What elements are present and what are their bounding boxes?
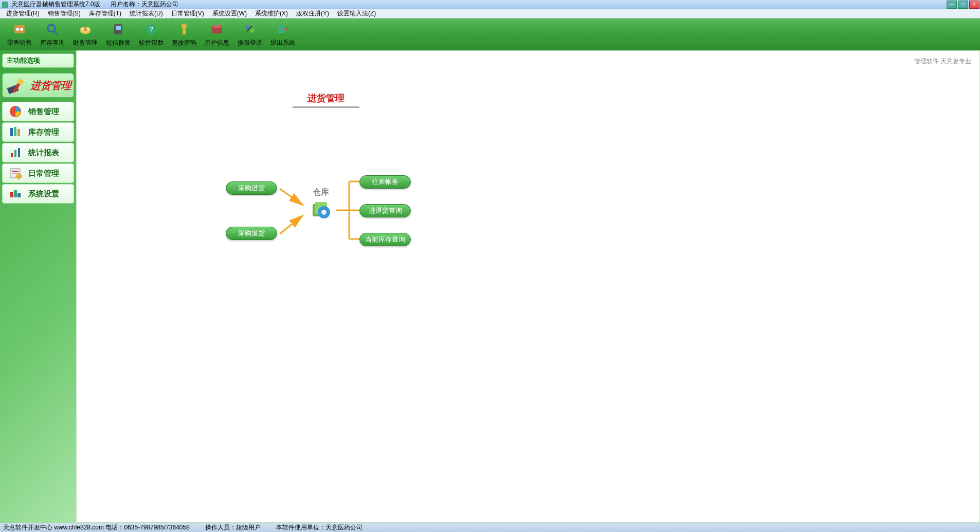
sidebar-active-label: 进货管理 bbox=[30, 79, 71, 93]
menu-item-4[interactable]: 日常管理(V) bbox=[167, 9, 208, 18]
sidebar-item-inventory-label: 库存管理 bbox=[28, 127, 59, 137]
sidebar-item-sales[interactable]: 销售管理 bbox=[2, 102, 74, 121]
svg-rect-35 bbox=[14, 190, 17, 197]
inventory-query-button-icon bbox=[45, 22, 60, 36]
shift-login-button[interactable]: 换班登录 bbox=[233, 20, 266, 49]
retail-sales-button-label: 零售销售 bbox=[7, 39, 32, 47]
titlebar: 天意医疗器械销售管理系统7.0版 用户名称：天意医药公司 ─ □ × bbox=[0, 0, 980, 9]
shift-login-button-label: 换班登录 bbox=[238, 39, 262, 47]
user-info-button[interactable]: 用户信息 bbox=[201, 20, 233, 49]
svg-point-3 bbox=[48, 25, 55, 32]
svg-text:$: $ bbox=[84, 26, 87, 32]
inventory-query-button-label: 库存查询 bbox=[40, 39, 65, 47]
svg-rect-9 bbox=[116, 26, 121, 30]
svg-rect-24 bbox=[10, 128, 13, 136]
retail-sales-button[interactable]: 零售销售 bbox=[3, 20, 36, 49]
sidebar-item-settings[interactable]: 系统设置 bbox=[2, 184, 74, 204]
svg-point-48 bbox=[321, 210, 326, 215]
change-password-button-label: 更改密码 bbox=[172, 39, 196, 47]
sidebar: 主功能选项 进货管理 销售管理库存管理统计报表日常管理系统设置 bbox=[0, 50, 76, 523]
finance-mgmt-button[interactable]: $财务管理 bbox=[69, 20, 102, 49]
warehouse-label: 仓库 bbox=[305, 187, 336, 198]
menu-item-5[interactable]: 系统设置(W) bbox=[208, 9, 251, 18]
svg-point-1 bbox=[16, 28, 19, 31]
status-dev-center: 天意软件开发中心 www.chle828.com 电话：0635-7987985… bbox=[3, 523, 190, 532]
content-panel: 管理软件 天意更专业 进货管理 采购进货 采购退货 仓库 bbox=[76, 50, 980, 523]
minimize-button[interactable]: ─ bbox=[947, 1, 957, 9]
retail-sales-button-icon bbox=[12, 22, 27, 36]
menu-item-2[interactable]: 库存管理(T) bbox=[85, 9, 125, 18]
svg-rect-27 bbox=[11, 153, 13, 157]
exit-system-button[interactable]: 退出系统 bbox=[266, 20, 299, 49]
user-prefix: 用户名称： bbox=[111, 1, 141, 8]
window-controls: ─ □ × bbox=[946, 1, 980, 9]
svg-rect-28 bbox=[14, 150, 16, 157]
statusbar: 天意软件开发中心 www.chle828.com 电话：0635-7987985… bbox=[0, 523, 980, 532]
user-info-button-icon bbox=[210, 22, 224, 36]
sidebar-item-settings-label: 系统设置 bbox=[28, 189, 59, 199]
sidebar-item-purchase[interactable]: 进货管理 bbox=[2, 73, 74, 98]
svg-rect-18 bbox=[278, 25, 285, 33]
sidebar-item-daily-icon bbox=[9, 167, 22, 180]
sidebar-header: 主功能选项 bbox=[2, 53, 74, 68]
sidebar-item-reports[interactable]: 统计报表 bbox=[2, 143, 74, 162]
sidebar-item-inventory-icon bbox=[9, 125, 22, 139]
sidebar-item-sales-label: 销售管理 bbox=[28, 107, 59, 117]
svg-point-2 bbox=[20, 28, 23, 31]
user-info-button-label: 用户信息 bbox=[205, 39, 229, 47]
menu-item-3[interactable]: 统计报表(U) bbox=[125, 9, 167, 18]
titlebar-text: 天意医疗器械销售管理系统7.0版 用户名称：天意医药公司 bbox=[11, 0, 946, 9]
sidebar-item-inventory[interactable]: 库存管理 bbox=[2, 122, 74, 142]
svg-line-39 bbox=[280, 215, 303, 234]
change-password-button-icon bbox=[177, 22, 191, 36]
sms-send-button[interactable]: 短信群发 bbox=[102, 20, 135, 49]
status-unit: 本软件使用单位：天意医药公司 bbox=[276, 523, 362, 532]
software-help-button-label: 软件帮助 bbox=[139, 39, 164, 47]
sidebar-item-reports-label: 统计报表 bbox=[28, 148, 59, 158]
exit-system-button-icon bbox=[276, 22, 290, 36]
app-title: 天意医疗器械销售管理系统7.0版 bbox=[11, 1, 100, 8]
exit-system-button-label: 退出系统 bbox=[270, 39, 295, 47]
sidebar-item-daily[interactable]: 日常管理 bbox=[2, 163, 74, 183]
finance-mgmt-button-icon: $ bbox=[78, 22, 93, 36]
menubar: 进货管理(R)销售管理(S)库存管理(T)统计报表(U)日常管理(V)系统设置(… bbox=[0, 9, 980, 19]
in-return-query-button[interactable]: 进退货查询 bbox=[359, 204, 411, 217]
sidebar-item-reports-icon bbox=[9, 146, 22, 159]
content-title: 进货管理 bbox=[293, 92, 359, 108]
inventory-query-button[interactable]: 库存查询 bbox=[36, 20, 69, 49]
main-area: 主功能选项 进货管理 销售管理库存管理统计报表日常管理系统设置 管理软件 天意更… bbox=[0, 50, 980, 523]
transactions-button[interactable]: 往来帐务 bbox=[359, 175, 411, 189]
change-password-button[interactable]: 更改密码 bbox=[168, 20, 201, 49]
sidebar-item-daily-label: 日常管理 bbox=[28, 169, 59, 178]
sidebar-item-settings-icon bbox=[9, 187, 22, 200]
warehouse-icon bbox=[311, 199, 331, 219]
menu-item-8[interactable]: 设置输入法(Z) bbox=[333, 9, 380, 18]
app-icon bbox=[2, 2, 8, 8]
software-help-button[interactable]: ?软件帮助 bbox=[135, 20, 168, 49]
maximize-button[interactable]: □ bbox=[958, 1, 968, 9]
menu-item-0[interactable]: 进货管理(R) bbox=[2, 9, 44, 18]
content-tagline: 管理软件 天意更专业 bbox=[914, 57, 971, 66]
svg-rect-26 bbox=[17, 129, 20, 136]
purchase-return-button[interactable]: 采购退货 bbox=[226, 227, 277, 240]
current-stock-query-button[interactable]: 当前库存查询 bbox=[359, 233, 411, 246]
svg-rect-25 bbox=[14, 127, 16, 136]
svg-rect-34 bbox=[10, 192, 13, 197]
menu-item-1[interactable]: 销售管理(S) bbox=[44, 9, 85, 18]
sms-send-button-icon bbox=[111, 22, 125, 36]
menu-item-6[interactable]: 系统维护(X) bbox=[251, 9, 292, 18]
svg-line-38 bbox=[280, 189, 303, 205]
menu-item-7[interactable]: 版权注册(Y) bbox=[292, 9, 333, 18]
software-help-button-icon: ? bbox=[144, 22, 158, 36]
sidebar-item-sales-icon bbox=[9, 105, 22, 118]
svg-marker-19 bbox=[285, 27, 289, 31]
tools-icon bbox=[6, 76, 28, 95]
close-button[interactable]: × bbox=[969, 1, 979, 9]
purchase-diagram: 采购进货 采购退货 仓库 往来帐务 进退货查询 当前库存查询 bbox=[226, 169, 431, 262]
toolbar: 零售销售库存查询$财务管理短信群发?软件帮助更改密码用户信息换班登录退出系统 bbox=[0, 19, 980, 50]
status-operator: 操作人员：超级用户 bbox=[205, 523, 261, 532]
svg-rect-36 bbox=[17, 193, 21, 197]
purchase-in-button[interactable]: 采购进货 bbox=[226, 181, 277, 195]
shift-login-button-icon bbox=[243, 22, 257, 36]
sms-send-button-label: 短信群发 bbox=[106, 39, 131, 47]
